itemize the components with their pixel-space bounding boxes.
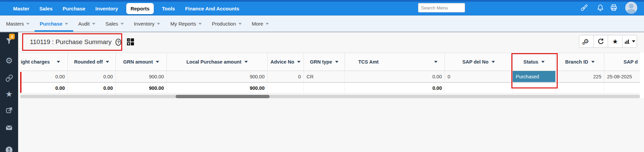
chart-type-button[interactable] — [622, 35, 637, 48]
cell-sap-del-no[interactable]: 0 — [445, 71, 513, 82]
info-icon[interactable] — [4, 145, 14, 152]
subnav-item-inventory[interactable]: Inventory — [129, 15, 166, 32]
grid-header-row: ight chargesRounded offGRN amountLocal P… — [20, 53, 640, 71]
column-label: Local Purchase amount — [186, 59, 241, 65]
column-header-grn-amount[interactable]: GRN amount — [116, 53, 167, 71]
chevron-down-icon — [92, 23, 95, 25]
total-grn-type — [304, 82, 345, 94]
scrollbar-thumb[interactable] — [176, 95, 270, 98]
column-label: TCS Amt — [358, 59, 379, 65]
search-input[interactable] — [418, 3, 465, 12]
star-icon: ★ — [612, 38, 618, 45]
cell-advice-no[interactable]: 0 — [268, 71, 304, 82]
subnav-item-masters[interactable]: Masters — [1, 15, 35, 32]
column-label: GRN type — [310, 59, 332, 65]
column-header-branch-id[interactable]: Branch ID — [556, 53, 604, 71]
subnav-item-label: Production — [212, 21, 236, 27]
favorites-star-icon[interactable]: ★ — [4, 89, 14, 99]
sort-caret-icon — [106, 61, 109, 63]
topnav-item-reports[interactable]: Reports — [126, 3, 154, 14]
column-header-grn-type[interactable]: GRN type — [304, 53, 345, 71]
column-label: SAP del No — [462, 59, 489, 65]
cell-branch-id[interactable]: 225 — [556, 71, 604, 82]
sort-caret-icon — [492, 61, 495, 63]
notifications-bell-icon[interactable] — [596, 4, 604, 12]
favorite-button[interactable]: ★ — [608, 35, 623, 48]
cell-tcs-amt[interactable]: 0.00 — [345, 71, 445, 82]
sort-caret-icon — [434, 61, 438, 63]
refresh-icon — [597, 38, 604, 45]
page-title: 110119 : Purchase Summary — [30, 38, 111, 46]
app-window: MasterSalesPurchaseInventoryReportsTools… — [0, 0, 644, 152]
cell-status[interactable]: Purchased — [513, 71, 556, 82]
column-header-status[interactable]: Status — [513, 53, 556, 71]
column-label: Advice No — [271, 59, 294, 65]
chevron-down-icon — [121, 23, 124, 25]
chevron-down-icon — [65, 23, 68, 25]
subnav-item-more[interactable]: More — [247, 15, 274, 32]
settings-gear-icon[interactable]: ⚙︎ — [4, 56, 14, 65]
printer-icon[interactable] — [610, 4, 618, 12]
column-label: Rounded off — [74, 59, 103, 65]
total-grn-amount: 900.00 — [116, 82, 167, 94]
total-sap-del-no — [445, 82, 513, 94]
refresh-button[interactable] — [593, 35, 608, 48]
topnav-item-master[interactable]: Master — [8, 6, 34, 11]
filter-badge: 3 — [9, 34, 15, 39]
cell-sap-d[interactable]: 25-08-2025 — [604, 71, 640, 82]
chevron-down-icon — [26, 23, 30, 25]
sort-caret-icon — [541, 61, 545, 63]
right-gutter — [640, 53, 644, 98]
topnav-item-tools[interactable]: Tools — [157, 6, 180, 11]
sort-caret-icon — [335, 61, 338, 63]
topnav-item-purchase[interactable]: Purchase — [58, 6, 91, 11]
topnav-item-finance-and-accounts[interactable]: Finance And Accounts — [180, 6, 244, 11]
column-header-ight-charges[interactable]: ight charges — [20, 53, 68, 71]
annotation-box-title: 110119 : Purchase Summary ? — [22, 33, 122, 51]
total-rounded-off: 0.00 — [68, 82, 116, 94]
cell-local-purchase-amount[interactable]: 900.00 — [167, 71, 268, 82]
column-header-sap-d[interactable]: SAP d — [604, 53, 640, 71]
cell-grn-amount[interactable]: 900.00 — [116, 71, 167, 82]
subnav-item-label: Masters — [6, 21, 24, 27]
grid-data-row: 0.000.00900.00900.000CR0.000Purchased225… — [20, 71, 640, 82]
total-status — [513, 82, 556, 94]
customize-grid-icon[interactable] — [127, 38, 134, 47]
cell-ight-charges[interactable]: 0.00 — [20, 71, 68, 82]
subnav-item-my-reports[interactable]: My Reports — [165, 15, 207, 32]
cell-grn-type[interactable]: CR — [304, 71, 345, 82]
user-avatar[interactable] — [625, 2, 637, 14]
column-header-local-purchase-amount[interactable]: Local Purchase amount — [167, 53, 268, 71]
subnav-item-label: More — [252, 21, 263, 27]
settings-gears-button[interactable]: ⚙︎ ⚙︎ — [579, 35, 594, 48]
chevron-down-icon — [266, 23, 269, 25]
grid-totals-row: 0.000.00900.00900.000.00 — [20, 82, 640, 94]
chevron-down-icon — [198, 23, 202, 25]
column-header-advice-no[interactable]: Advice No — [268, 53, 304, 71]
horizontal-scrollbar[interactable] — [20, 95, 640, 98]
sort-caret-icon — [156, 61, 159, 63]
subnav-item-audit[interactable]: Audit — [73, 15, 100, 32]
report-toolbar: ⚙︎ ⚙︎ ★ — [579, 35, 637, 48]
chevron-down-icon — [632, 40, 635, 42]
link-icon[interactable] — [4, 73, 14, 83]
cell-rounded-off[interactable]: 0.00 — [68, 71, 116, 82]
paintbrush-icon[interactable] — [580, 4, 588, 12]
help-icon[interactable]: ? — [116, 39, 121, 46]
column-label: ight charges — [21, 59, 50, 65]
subnav-item-label: Purchase — [40, 21, 62, 27]
subnav-item-purchase[interactable]: Purchase — [35, 15, 73, 32]
total-advice-no — [268, 82, 304, 94]
share-icon[interactable] — [4, 106, 14, 115]
total-ight-charges: 0.00 — [20, 82, 68, 94]
topnav-item-sales[interactable]: Sales — [34, 6, 57, 11]
subnav-item-label: Audit — [78, 21, 90, 27]
subnav-item-production[interactable]: Production — [207, 15, 247, 32]
column-header-tcs-amt[interactable]: TCS Amt — [345, 53, 445, 71]
subnav-items: MastersPurchaseAuditSalesInventoryMy Rep… — [0, 15, 644, 32]
mail-icon[interactable] — [4, 123, 14, 132]
subnav-item-sales[interactable]: Sales — [100, 15, 129, 32]
topnav-item-inventory[interactable]: Inventory — [90, 6, 123, 11]
column-header-rounded-off[interactable]: Rounded off — [68, 53, 116, 71]
column-header-sap-del-no[interactable]: SAP del No — [445, 53, 513, 71]
